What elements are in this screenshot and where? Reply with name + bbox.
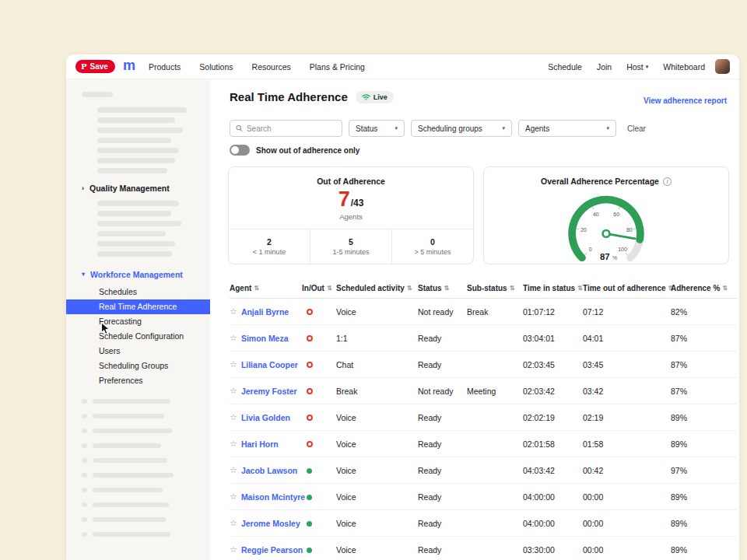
column-header-adherence[interactable]: Adherence %⇅ xyxy=(671,284,737,292)
search-box[interactable] xyxy=(230,120,342,137)
skeleton-row xyxy=(82,458,210,463)
scheduled-activity-cell: Voice xyxy=(336,439,418,449)
nav-item-host[interactable]: Host▾ xyxy=(626,62,648,72)
table-row[interactable]: ☆ Jacob Lawson Voice Ready 04:03:42 00:4… xyxy=(230,457,737,484)
sort-icon[interactable]: ⇅ xyxy=(722,285,728,292)
scheduled-activity-cell: Voice xyxy=(336,545,418,555)
column-header-scheduled-activity[interactable]: Scheduled activity⇅ xyxy=(336,284,418,292)
sidebar-section-workforce-management[interactable]: ▾ Workforce Management xyxy=(82,270,210,279)
sort-icon[interactable]: ⇅ xyxy=(510,285,515,292)
time-out-of-adherence-cell: 04:01 xyxy=(583,334,671,343)
column-header-time-out-of-adherence[interactable]: Time out of adherence⇅ xyxy=(583,284,671,292)
star-icon[interactable]: ☆ xyxy=(230,412,237,422)
skeleton-dash xyxy=(82,532,87,537)
sidebar-section-quality-management[interactable]: › Quality Management xyxy=(82,184,210,193)
sidebar-item-schedules[interactable]: Schedules xyxy=(66,285,210,299)
chevron-down-icon: ▾ xyxy=(606,125,609,131)
out-of-adherence-toggle[interactable] xyxy=(230,145,250,156)
sort-icon[interactable]: ⇅ xyxy=(254,285,259,292)
sidebar-item-preferences[interactable]: Preferences xyxy=(66,373,210,388)
scheduling-groups-dropdown[interactable]: Scheduling groups ▾ xyxy=(411,120,512,137)
sort-icon[interactable]: ⇅ xyxy=(444,285,450,292)
star-icon[interactable]: ☆ xyxy=(230,518,237,528)
table-row[interactable]: ☆ Anjali Byrne Voice Not ready Break 01:… xyxy=(230,299,737,325)
column-header-status[interactable]: Status⇅ xyxy=(418,284,467,292)
status-dropdown[interactable]: Status ▾ xyxy=(349,120,405,137)
agent-name-link[interactable]: Reggie Pearson xyxy=(241,545,303,555)
column-header-sub-status[interactable]: Sub-status⇅ xyxy=(467,284,523,292)
skeleton-bar xyxy=(93,473,174,478)
nav-item-join[interactable]: Join xyxy=(597,62,612,72)
time-in-status-cell: 02:03:42 xyxy=(523,387,583,396)
nav-item-schedule[interactable]: Schedule xyxy=(548,62,582,72)
agent-name-link[interactable]: Liliana Cooper xyxy=(241,360,298,369)
star-icon[interactable]: ☆ xyxy=(230,306,237,317)
nav-item-products[interactable]: Products xyxy=(149,62,181,72)
user-avatar[interactable] xyxy=(715,59,730,74)
info-icon[interactable]: i xyxy=(663,177,672,186)
agent-name-link[interactable]: Livia Golden xyxy=(241,413,290,422)
column-header-label: Time in status xyxy=(523,284,575,292)
star-icon[interactable]: ☆ xyxy=(230,359,237,369)
sidebar-item-users[interactable]: Users xyxy=(66,344,210,359)
nav-item-resources[interactable]: Resources xyxy=(252,62,291,72)
table-row[interactable]: ☆ Reggie Pearson Voice Ready 03:30:00 00… xyxy=(230,537,737,560)
nav-item-solutions[interactable]: Solutions xyxy=(199,62,233,72)
status-cell: Ready xyxy=(418,439,467,449)
time-in-status-cell: 04:00:00 xyxy=(523,519,583,528)
star-icon[interactable]: ☆ xyxy=(230,439,237,449)
column-header-agent[interactable]: Agent⇅ xyxy=(230,284,302,292)
gauge-tick-100: 100 xyxy=(618,247,627,252)
star-icon[interactable]: ☆ xyxy=(230,386,237,396)
inout-cell xyxy=(302,334,336,343)
table-row[interactable]: ☆ Liliana Cooper Chat Ready 02:03:45 03:… xyxy=(230,352,737,378)
star-icon[interactable]: ☆ xyxy=(230,333,237,343)
agent-name-link[interactable]: Jacob Lawson xyxy=(241,466,297,475)
table-row[interactable]: ☆ Jerome Mosley Voice Ready 04:00:00 00:… xyxy=(230,510,737,537)
agent-name-link[interactable]: Maison Mcintyre xyxy=(241,492,305,502)
sidebar-item-forecasting[interactable]: Forecasting xyxy=(66,314,210,329)
skeleton-dash xyxy=(82,517,87,522)
out-of-adherence-card: Out of Adherence 7 /43 Agents 2 < 1 minu… xyxy=(228,166,474,264)
sort-icon[interactable]: ⇅ xyxy=(577,285,583,292)
agent-name-link[interactable]: Jerome Mosley xyxy=(241,519,300,528)
sub-status-cell: Break xyxy=(467,307,523,317)
scheduled-activity-cell: Voice xyxy=(336,519,418,528)
sort-icon[interactable]: ⇅ xyxy=(407,285,412,292)
star-icon[interactable]: ☆ xyxy=(230,544,237,555)
sidebar-item-schedule-configuration[interactable]: Schedule Configuration xyxy=(66,329,210,344)
breakdown-under-1-minute: 2 < 1 minute xyxy=(229,229,310,264)
pinterest-save-button[interactable]: P Save xyxy=(75,60,115,73)
column-header-label: Status xyxy=(418,284,442,292)
skeleton-bar xyxy=(97,158,175,163)
table-row[interactable]: ☆ Maison Mcintyre Voice Ready 04:00:00 0… xyxy=(230,484,737,510)
table-row[interactable]: ☆ Hari Horn Voice Ready 02:01:58 01:58 8… xyxy=(230,431,737,457)
inout-cell xyxy=(302,492,336,502)
time-out-of-adherence-cell: 00:42 xyxy=(583,466,671,475)
agent-name-link[interactable]: Simon Meza xyxy=(241,334,289,343)
agent-name-link[interactable]: Jeremy Foster xyxy=(241,387,297,396)
clear-filters-button[interactable]: Clear xyxy=(627,124,646,133)
agents-dropdown[interactable]: Agents ▾ xyxy=(518,120,616,137)
sidebar-item-real-time-adherence[interactable]: Real Time Adherence xyxy=(66,299,210,314)
star-icon[interactable]: ☆ xyxy=(230,492,237,502)
nav-item-whiteboard[interactable]: Whiteboard xyxy=(663,62,705,72)
agents-table: Agent⇅In/Out⇅Scheduled activity⇅Status⇅S… xyxy=(230,278,737,560)
nav-item-plans-pricing[interactable]: Plans & Pricing xyxy=(310,62,365,72)
scheduled-activity-cell: 1:1 xyxy=(336,334,418,343)
agent-name-link[interactable]: Hari Horn xyxy=(241,439,279,449)
skeleton-row xyxy=(82,532,210,537)
column-header-in-out[interactable]: In/Out⇅ xyxy=(302,284,336,292)
column-header-time-in-status[interactable]: Time in status⇅ xyxy=(523,284,583,292)
search-input[interactable] xyxy=(247,124,336,133)
star-icon[interactable]: ☆ xyxy=(230,465,237,475)
column-header-label: Agent xyxy=(230,284,251,292)
view-adherence-report-link[interactable]: View adherence report xyxy=(644,96,727,105)
sidebar-item-scheduling-groups[interactable]: Scheduling Groups xyxy=(66,359,210,373)
sort-icon[interactable]: ⇅ xyxy=(327,285,332,292)
table-row[interactable]: ☆ Jeremy Foster Break Not ready Meeting … xyxy=(230,378,737,404)
miro-logo[interactable]: m xyxy=(123,58,135,72)
agent-name-link[interactable]: Anjali Byrne xyxy=(241,307,289,317)
table-row[interactable]: ☆ Livia Golden Voice Ready 02:02:19 02:1… xyxy=(230,404,737,431)
table-row[interactable]: ☆ Simon Meza 1:1 Ready 03:04:01 04:01 87… xyxy=(230,325,737,352)
